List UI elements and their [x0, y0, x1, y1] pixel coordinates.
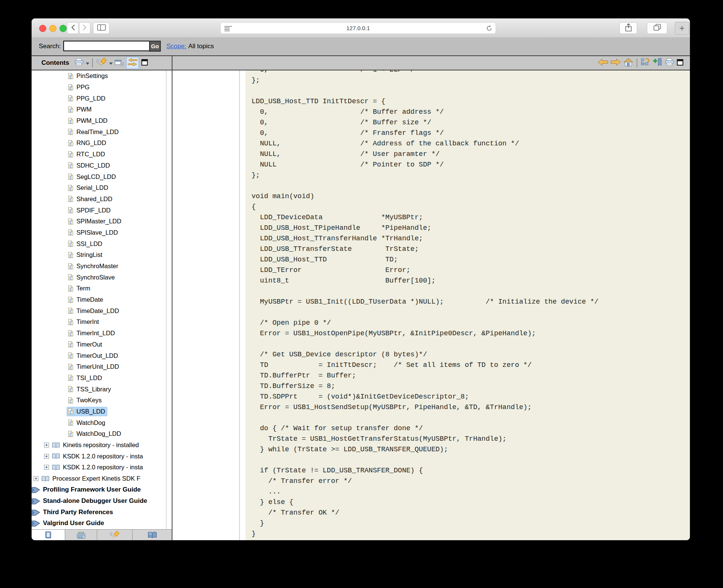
tree-item-serial-ldd[interactable]: Serial_LDD — [32, 182, 166, 194]
tree-item-timerunit-ldd[interactable]: TimerUnit_LDD — [32, 361, 166, 373]
tree-item-ksdk-1-2-0-repository-insta[interactable]: KSDK 1.2.0 repository - insta — [32, 462, 166, 473]
tab-bookmarks[interactable] — [133, 530, 172, 540]
new-tab-button[interactable]: + — [675, 22, 689, 35]
tab-index[interactable] — [65, 530, 97, 540]
highlight-menu-caret[interactable] — [109, 60, 113, 66]
add-bookmark-button[interactable] — [653, 58, 662, 68]
document-icon — [68, 173, 73, 180]
title-bar[interactable]: 127.0.0.1 + — [32, 18, 690, 38]
tree-item-usb-ldd[interactable]: USB_LDD — [32, 406, 166, 417]
tree-item-timedate-ldd[interactable]: TimeDate_LDD — [32, 305, 166, 316]
tree-item-ksdk-1-2-0-repository-insta[interactable]: KSDK 1.2.0 repository - insta — [32, 451, 166, 462]
reader-view-icon[interactable] — [224, 26, 232, 32]
back-topic-button[interactable] — [598, 58, 608, 67]
expand-icon[interactable] — [34, 476, 38, 481]
tree-item-tsi-ldd[interactable]: TSI_LDD — [32, 373, 166, 384]
tree-item-watchdog-ldd[interactable]: WatchDog_LDD — [32, 428, 166, 440]
expand-icon[interactable] — [44, 465, 49, 470]
home-button[interactable] — [623, 58, 633, 68]
book-icon — [52, 442, 60, 448]
tree-item-pinsettings[interactable]: PinSettings — [32, 70, 166, 82]
share-icon — [625, 23, 632, 33]
tree-item-twokeys[interactable]: TwoKeys — [32, 395, 166, 406]
scope-link[interactable]: Scope: — [166, 43, 186, 50]
url-field[interactable]: 127.0.0.1 — [220, 22, 496, 34]
tree-item-watchdog[interactable]: WatchDog — [32, 417, 166, 428]
maximize-toc-button[interactable] — [141, 59, 148, 67]
document-icon — [68, 229, 73, 236]
tree-item-label: Kinetis repository - installed — [63, 441, 139, 449]
tree-item-timerout[interactable]: TimerOut — [32, 339, 166, 350]
browser-window: 127.0.0.1 + Search: Go Scope: All topics — [32, 18, 690, 540]
document-icon — [68, 263, 73, 270]
document-icon — [68, 341, 73, 348]
expand-icon[interactable] — [44, 454, 49, 459]
print-toc-button[interactable] — [74, 58, 84, 68]
forward-topic-button[interactable] — [610, 58, 621, 67]
highlight-button[interactable] — [96, 58, 107, 68]
document-icon — [68, 240, 73, 247]
frame-divider[interactable] — [172, 56, 172, 540]
tree-item-timerout-ldd[interactable]: TimerOut_LDD — [32, 350, 166, 361]
share-button[interactable] — [619, 22, 637, 34]
toolbar-row: Contents — [32, 56, 690, 70]
maximize-topic-button[interactable] — [677, 59, 683, 67]
tree-item-stringlist[interactable]: StringList — [32, 249, 166, 261]
tree-item-seglcd-ldd[interactable]: SegLCD_LDD — [32, 171, 166, 182]
tree-item-rtc-ldd[interactable]: RTC_LDD — [32, 149, 166, 160]
print-topic-button[interactable] — [665, 58, 674, 68]
document-icon — [68, 419, 73, 426]
document-icon — [68, 151, 73, 158]
tree-item-ppg[interactable]: PPG — [32, 82, 166, 93]
expand-icon[interactable] — [44, 443, 49, 447]
tab-contents[interactable] — [32, 530, 65, 540]
tree-item-pwm-ldd[interactable]: PWM_LDD — [32, 115, 166, 127]
forward-arrow-icon — [610, 58, 621, 67]
tree-item-spdif-ldd[interactable]: SPDIF_LDD — [32, 205, 166, 216]
tree-item-synchromaster[interactable]: SynchroMaster — [32, 261, 166, 272]
back-button[interactable] — [67, 22, 79, 34]
close-button[interactable] — [39, 25, 46, 32]
search-input[interactable] — [63, 41, 150, 51]
tree-item-timedate[interactable]: TimeDate — [32, 294, 166, 305]
tree-item-profiling-framework-user-guide[interactable]: Profiling Framework User Guide — [32, 484, 166, 495]
print-menu-caret[interactable] — [86, 60, 89, 66]
tree-item-valgrind-user-guide[interactable]: Valgrind User Guide — [32, 518, 166, 529]
go-button[interactable]: Go — [149, 41, 161, 52]
tree-item-kinetis-repository-installed[interactable]: Kinetis repository - installed — [32, 440, 166, 451]
tree-item-spislave-ldd[interactable]: SPISlave_LDD — [32, 227, 166, 238]
tree-item-label: TwoKeys — [76, 397, 102, 404]
tree-item-processor-expert-kinetis-sdk-f[interactable]: Processor Expert Kinetis SDK F — [32, 473, 166, 484]
tree-item-stand-alone-debugger-user-guide[interactable]: Stand-alone Debugger User Guide — [32, 495, 166, 507]
show-in-toc-button[interactable] — [641, 58, 651, 68]
show-tabs-button[interactable] — [647, 22, 667, 34]
tree-item-pwm[interactable]: PWM — [32, 104, 166, 115]
chevron-right-icon — [83, 24, 87, 32]
tree-item-spimaster-ldd[interactable]: SPIMaster_LDD — [32, 216, 166, 227]
tree-item-sdhc-ldd[interactable]: SDHC_LDD — [32, 160, 166, 171]
zoom-button[interactable] — [59, 25, 67, 32]
tab-search[interactable] — [97, 530, 133, 540]
tree-item-timerint[interactable]: TimerInt — [32, 316, 166, 328]
tree-item-third-party-references[interactable]: Third Party References — [32, 507, 166, 518]
minimize-button[interactable] — [49, 25, 56, 32]
tree-item-realtime-ldd[interactable]: RealTime_LDD — [32, 126, 166, 137]
tree-item-ppg-ldd[interactable]: PPG_LDD — [32, 93, 166, 104]
link-with-contents-button[interactable] — [126, 57, 139, 69]
tree-item-timerint-ldd[interactable]: TimerInt_LDD — [32, 328, 166, 339]
tree-item-shared-ldd[interactable]: Shared_LDD — [32, 194, 166, 205]
document-icon — [68, 252, 73, 258]
tree-item-rng-ldd[interactable]: RNG_LDD — [32, 137, 166, 149]
tree-item-synchroslave[interactable]: SynchroSlave — [32, 272, 166, 283]
forward-button[interactable] — [79, 22, 90, 34]
tree-item-tss-library[interactable]: TSS_Library — [32, 383, 166, 395]
tree-item-label: RealTime_LDD — [76, 128, 119, 136]
tree-item-label: RNG_LDD — [76, 139, 106, 147]
sidebar-toggle-button[interactable] — [93, 22, 110, 34]
tree-item-term[interactable]: Term — [32, 283, 166, 294]
document-icon — [68, 128, 73, 135]
tree-item-ssi-ldd[interactable]: SSI_LDD — [32, 238, 166, 249]
reload-button[interactable] — [486, 25, 493, 33]
collapse-all-button[interactable] — [114, 58, 124, 67]
tree-item-label: SynchroSlave — [76, 274, 115, 281]
